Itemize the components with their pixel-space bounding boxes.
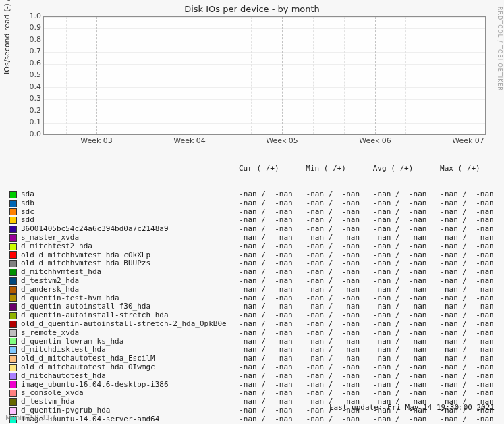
- legend-swatch: [9, 338, 17, 345]
- legend-device-name: image_ubuntu-16.04.6-desktop-i386: [21, 381, 230, 390]
- legend-device-name: sdd: [21, 216, 230, 225]
- y-tick: 0.2: [14, 106, 41, 115]
- legend-row: s_remote_xvda -nan / -nan -nan / -nan -n…: [9, 329, 494, 338]
- legend-swatch: [9, 398, 17, 406]
- y-tick: 0.9: [14, 23, 41, 32]
- legend-swatch: [9, 269, 17, 276]
- legend-values: -nan / -nan -nan / -nan -nan / -nan -nan…: [230, 199, 494, 208]
- legend-device-name: d_quentin-lowram-ks_hda: [21, 338, 230, 346]
- legend-values: -nan / -nan -nan / -nan -nan / -nan -nan…: [230, 329, 494, 338]
- legend-swatch: [9, 226, 17, 233]
- legend-swatch: [9, 217, 17, 224]
- legend-row: d_mitchtest2_hda -nan / -nan -nan / -nan…: [9, 242, 494, 251]
- y-tick: 0.8: [14, 35, 41, 44]
- rrdtool-credit: RRDTOOL / TOBI OETIKER: [497, 7, 503, 91]
- legend: Cur (-/+) Min (-/+) Avg (-/+) Max (-/+) …: [9, 147, 494, 424]
- legend-device-name: sda: [21, 190, 230, 199]
- legend-row: old_d_quentin-autoinstall-stretch-2_hda_…: [9, 320, 494, 329]
- legend-device-name: sdb: [21, 199, 230, 208]
- y-tick: 0.4: [14, 82, 41, 91]
- legend-device-name: old_d_mitchautotest_hda_OIwmgc: [21, 363, 230, 372]
- legend-swatch: [9, 234, 17, 242]
- chart-title: Disk IOs per device - by month: [0, 4, 504, 14]
- plot-area: [43, 16, 486, 135]
- legend-swatch: [9, 251, 17, 259]
- legend-swatch: [9, 355, 17, 363]
- x-tick: Week 06: [359, 136, 391, 145]
- legend-device-name: d_mitchhvmtest_hda: [21, 268, 230, 277]
- legend-swatch: [9, 321, 17, 328]
- legend-swatch: [9, 390, 17, 397]
- legend-values: -nan / -nan -nan / -nan -nan / -nan -nan…: [230, 354, 494, 363]
- legend-swatch: [9, 346, 17, 354]
- legend-swatch: [9, 243, 17, 250]
- legend-swatch: [9, 200, 17, 207]
- y-tick: 0.3: [14, 94, 41, 103]
- y-axis-label: IOs/second read (-) / write (+): [3, 0, 11, 74]
- y-tick: 0.7: [14, 47, 41, 55]
- legend-device-name: d_mitchtest2_hda: [21, 242, 230, 251]
- legend-row: sdb -nan / -nan -nan / -nan -nan / -nan …: [9, 199, 494, 208]
- legend-swatch: [9, 381, 17, 388]
- x-tick: Week 05: [266, 136, 298, 145]
- legend-device-name: old_d_mitchhvmtest_hda_cOkXLp: [21, 251, 230, 260]
- legend-values: -nan / -nan -nan / -nan -nan / -nan -nan…: [230, 415, 494, 424]
- legend-row: image_ubuntu-14.04-server-amd64 -nan / -…: [9, 415, 494, 424]
- legend-values: -nan / -nan -nan / -nan -nan / -nan -nan…: [230, 286, 494, 294]
- last-update: Last update: Fri May 14 19:30:00 2021: [329, 403, 495, 412]
- legend-device-name: d_testvm2_hda: [21, 277, 230, 286]
- legend-values: -nan / -nan -nan / -nan -nan / -nan -nan…: [230, 277, 494, 286]
- legend-swatch: [9, 294, 17, 302]
- legend-device-name: old_d_quentin-autoinstall-stretch-2_hda_…: [21, 320, 230, 329]
- legend-device-name: s_console_xvda: [21, 389, 230, 398]
- legend-swatch: [9, 329, 17, 337]
- legend-device-name: old_d_mitchhvmtest_hda_BUUPzs: [21, 259, 230, 268]
- legend-device-name: d_andersk_hda: [21, 286, 230, 294]
- legend-device-name: 36001405bc54c24a6c394bd0a7c2148a9: [21, 225, 230, 234]
- legend-device-name: d_mitchdisktest_hda: [21, 346, 230, 354]
- legend-row: d_andersk_hda -nan / -nan -nan / -nan -n…: [9, 286, 494, 294]
- legend-device-name: d_quentin-test-hvm_hda: [21, 294, 230, 303]
- legend-device-name: d_mitchautotest_hda: [21, 372, 230, 381]
- legend-device-name: old_d_mitchautotest_hda_EscilM: [21, 354, 230, 363]
- legend-swatch: [9, 286, 17, 294]
- x-tick: Week 03: [80, 136, 113, 145]
- y-tick: 0.0: [14, 130, 41, 138]
- legend-swatch: [9, 277, 17, 285]
- legend-device-name: sdc: [21, 208, 230, 217]
- legend-row: old_d_mitchautotest_hda_OIwmgc -nan / -n…: [9, 363, 494, 372]
- legend-row: sda -nan / -nan -nan / -nan -nan / -nan …: [9, 190, 494, 199]
- legend-values: -nan / -nan -nan / -nan -nan / -nan -nan…: [230, 234, 494, 242]
- legend-device-name: d_quentin-autoinstall-stretch_hda: [21, 311, 230, 320]
- legend-swatch: [9, 312, 17, 319]
- legend-device-name: d_testvm_hda: [21, 398, 230, 406]
- legend-swatch: [9, 191, 17, 198]
- legend-row: s_master_xvda -nan / -nan -nan / -nan -n…: [9, 234, 494, 242]
- y-tick: 0.5: [14, 70, 41, 79]
- legend-device-name: d_quentin-autoinstall-f30_hda: [21, 302, 230, 311]
- y-tick: 0.6: [14, 59, 41, 68]
- legend-device-name: s_remote_xvda: [21, 329, 230, 338]
- legend-swatch: [9, 260, 17, 267]
- legend-swatch: [9, 364, 17, 371]
- legend-swatch: [9, 208, 17, 215]
- legend-values: -nan / -nan -nan / -nan -nan / -nan -nan…: [230, 372, 494, 381]
- legend-values: -nan / -nan -nan / -nan -nan / -nan -nan…: [230, 363, 494, 372]
- y-tick: 0.1: [14, 117, 41, 126]
- x-tick: Week 07: [452, 136, 484, 145]
- legend-row: old_d_mitchautotest_hda_EscilM -nan / -n…: [9, 354, 494, 363]
- legend-swatch: [9, 303, 17, 311]
- legend-device-name: s_master_xvda: [21, 234, 230, 242]
- munin-version: Munin 2.0.33-1: [5, 414, 56, 421]
- x-tick: Week 04: [173, 136, 206, 145]
- legend-row: d_mitchautotest_hda -nan / -nan -nan / -…: [9, 372, 494, 381]
- legend-row: d_testvm2_hda -nan / -nan -nan / -nan -n…: [9, 277, 494, 286]
- legend-swatch: [9, 373, 17, 380]
- legend-values: -nan / -nan -nan / -nan -nan / -nan -nan…: [230, 242, 494, 251]
- y-tick: 1.0: [14, 11, 41, 20]
- legend-header: Cur (-/+) Min (-/+) Avg (-/+) Max (-/+): [9, 165, 494, 174]
- legend-values: -nan / -nan -nan / -nan -nan / -nan -nan…: [230, 320, 494, 329]
- legend-values: -nan / -nan -nan / -nan -nan / -nan -nan…: [230, 190, 494, 199]
